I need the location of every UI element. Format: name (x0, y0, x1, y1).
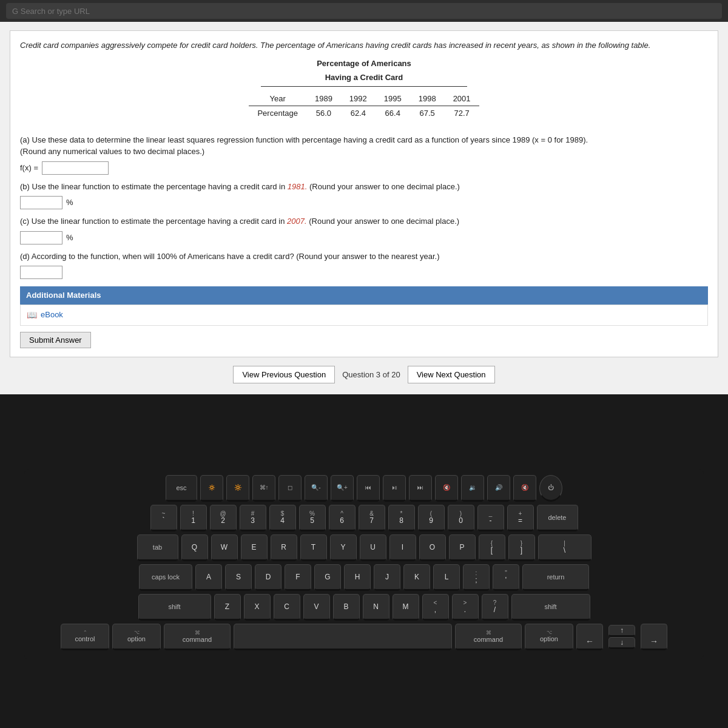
part-a-input[interactable] (42, 161, 109, 175)
question-box: Credit card companies aggressively compe… (10, 30, 718, 357)
key-equals[interactable]: += (507, 505, 534, 531)
key-control[interactable]: ⌃ control (61, 624, 109, 650)
key-9[interactable]: (9 (418, 505, 445, 531)
key-shift-right[interactable]: shift (511, 594, 590, 621)
key-option-left[interactable]: ⌥ option (112, 624, 161, 650)
key-comma[interactable]: <, (422, 594, 449, 621)
key-p[interactable]: P (449, 534, 476, 561)
ebook-label[interactable]: eBook (41, 309, 63, 321)
key-f7[interactable]: ⏮ (357, 475, 380, 502)
key-j[interactable]: J (374, 564, 400, 591)
key-l[interactable]: L (433, 564, 460, 591)
key-mute[interactable]: 🔇 (513, 475, 536, 502)
key-8[interactable]: *8 (388, 505, 415, 531)
key-4[interactable]: $4 (269, 505, 296, 531)
key-k[interactable]: K (403, 564, 430, 591)
key-period[interactable]: >. (452, 594, 479, 621)
key-3[interactable]: #3 (240, 505, 266, 531)
key-v[interactable]: V (303, 594, 330, 621)
key-z[interactable]: Z (214, 594, 241, 621)
key-shift-left[interactable]: shift (138, 594, 211, 621)
key-command-left[interactable]: ⌘ command (164, 624, 231, 650)
key-1[interactable]: !1 (180, 505, 207, 531)
next-question-button[interactable]: View Next Question (408, 366, 495, 383)
key-a[interactable]: A (195, 564, 222, 591)
key-e[interactable]: E (241, 534, 268, 561)
key-option-right[interactable]: ⌥ option (525, 624, 573, 650)
key-minus[interactable]: _- (477, 505, 504, 531)
key-f4[interactable]: ◻ (278, 475, 302, 502)
part-a-note: (Round any numerical values to two decim… (20, 147, 204, 156)
browser-search-input[interactable] (6, 3, 722, 19)
key-quote[interactable]: "' (493, 564, 519, 591)
key-esc[interactable]: esc (166, 475, 197, 502)
key-arrow-right[interactable]: → (641, 624, 667, 650)
key-space[interactable] (234, 624, 452, 650)
key-arrow-up[interactable]: ↑ (608, 625, 635, 637)
part-c-text: (c) Use the linear function to estimate … (20, 217, 285, 226)
key-f5[interactable]: 🔍- (305, 475, 328, 502)
key-f2[interactable]: 🔆 (226, 475, 249, 502)
key-f12[interactable]: 🔊 (487, 475, 510, 502)
data-table-wrapper: Percentage of Americans Having a Credit … (20, 58, 708, 128)
key-b[interactable]: B (333, 594, 360, 621)
part-c-input[interactable] (20, 231, 62, 244)
key-f1[interactable]: 🔅 (200, 475, 223, 502)
key-tilde[interactable]: ~` (150, 505, 177, 531)
key-power[interactable]: ⏻ (539, 475, 562, 502)
part-a-text: (a) Use these data to determine the line… (20, 135, 588, 144)
key-f10[interactable]: 🔇 (435, 475, 458, 502)
key-u[interactable]: U (360, 534, 386, 561)
key-s[interactable]: S (225, 564, 252, 591)
key-6[interactable]: ^6 (329, 505, 356, 531)
key-w[interactable]: W (211, 534, 238, 561)
key-h[interactable]: H (344, 564, 371, 591)
key-delete[interactable]: delete (537, 505, 578, 531)
keyboard-row-4: caps lock A S D F G H J K L :; "' return (34, 564, 694, 591)
key-f6[interactable]: 🔍+ (331, 475, 354, 502)
key-5[interactable]: %5 (299, 505, 326, 531)
key-semicolon[interactable]: :; (463, 564, 490, 591)
key-c[interactable]: C (274, 594, 300, 621)
key-7[interactable]: &7 (359, 505, 385, 531)
key-tab[interactable]: tab (137, 534, 178, 561)
key-return[interactable]: return (522, 564, 589, 591)
keyboard-row-1: esc 🔅 🔆 ⌘↑ ◻ 🔍- 🔍+ ⏮ ⏯ ⏭ 🔇 🔉 🔊 🔇 ⏻ (34, 475, 694, 502)
key-lbracket[interactable]: {[ (479, 534, 505, 561)
key-f9[interactable]: ⏭ (409, 475, 432, 502)
key-i[interactable]: I (389, 534, 416, 561)
key-command-right[interactable]: ⌘ command (455, 624, 522, 650)
key-o[interactable]: O (419, 534, 446, 561)
key-0[interactable]: )0 (448, 505, 474, 531)
part-b-input[interactable] (20, 196, 62, 209)
key-n[interactable]: N (363, 594, 389, 621)
key-m[interactable]: M (393, 594, 419, 621)
key-f8[interactable]: ⏯ (383, 475, 406, 502)
key-f3[interactable]: ⌘↑ (252, 475, 275, 502)
key-f[interactable]: F (285, 564, 311, 591)
key-backslash[interactable]: |\ (538, 534, 592, 561)
key-slash[interactable]: ?/ (482, 594, 508, 621)
part-d-answer-row (20, 266, 708, 279)
key-x[interactable]: X (244, 594, 271, 621)
key-capslock[interactable]: caps lock (139, 564, 192, 591)
submit-button[interactable]: Submit Answer (20, 332, 91, 348)
part-d-input[interactable] (20, 266, 62, 279)
key-q[interactable]: Q (181, 534, 208, 561)
key-2[interactable]: @2 (210, 505, 237, 531)
browser-bar (0, 0, 728, 22)
key-rbracket[interactable]: }] (508, 534, 535, 561)
additional-materials-header: Additional Materials (20, 286, 708, 305)
prev-question-button[interactable]: View Previous Question (233, 366, 335, 383)
key-t[interactable]: T (300, 534, 327, 561)
key-arrow-left[interactable]: ← (576, 624, 603, 650)
key-f11[interactable]: 🔉 (461, 475, 484, 502)
key-arrow-down[interactable]: ↓ (608, 637, 635, 649)
part-d-text: (d) According to the function, when will… (20, 252, 440, 261)
navigation-row: View Previous Question Question 3 of 20 … (10, 357, 718, 388)
key-g[interactable]: G (314, 564, 341, 591)
key-r[interactable]: R (271, 534, 297, 561)
key-y[interactable]: Y (330, 534, 357, 561)
table-cell: 1992 (341, 92, 376, 106)
key-d[interactable]: D (255, 564, 281, 591)
